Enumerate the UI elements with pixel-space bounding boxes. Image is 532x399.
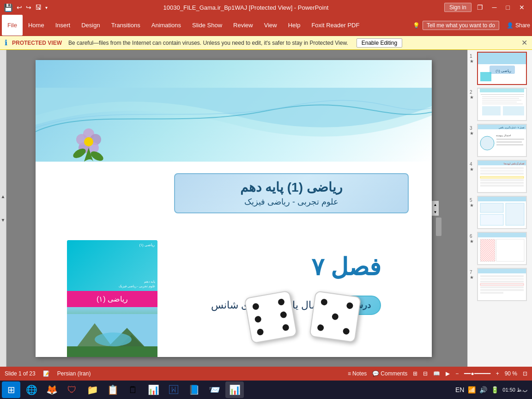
- slide-image-1[interactable]: ریاضی (۱): [477, 52, 527, 85]
- slide-meta-7: 7 ★: [470, 268, 475, 280]
- vertical-scrollbar[interactable]: ▲ ▼: [432, 201, 438, 216]
- taskbar-word[interactable]: 🅆: [164, 381, 183, 398]
- search-box[interactable]: Tell me what you want to do: [423, 21, 499, 30]
- zoom-slider[interactable]: ━━●━━━━━: [464, 370, 490, 377]
- svg-rect-15: [478, 53, 526, 64]
- restore-window-button[interactable]: ❐: [473, 3, 487, 12]
- tab-insert[interactable]: Insert: [50, 15, 76, 36]
- enable-editing-button[interactable]: Enable Editing: [357, 38, 402, 48]
- taskbar-notepad[interactable]: 🗒: [124, 381, 142, 398]
- left-scroll-area: ▲ ▼: [0, 50, 6, 367]
- zoom-in-button[interactable]: +: [496, 370, 499, 377]
- keyboard-layout[interactable]: EN: [455, 386, 464, 393]
- ribbon-search-area: 💡 Tell me what you want to do 👤 Share: [413, 21, 530, 30]
- slide-sub-title: علوم تجربی - ریاضی فیزیک: [184, 197, 399, 207]
- tab-slideshow[interactable]: Slide Show: [187, 15, 228, 36]
- tab-design[interactable]: Design: [76, 15, 105, 36]
- undo-icon[interactable]: ↩: [17, 4, 22, 11]
- taskbar-onenote[interactable]: 📋: [103, 381, 122, 398]
- status-bar: Slide 1 of 23 📝 Persian (Iran) ≡ Notes 💬…: [0, 367, 532, 381]
- svg-rect-23: [482, 96, 524, 97]
- tab-review[interactable]: Review: [228, 15, 259, 36]
- slide-thumb-5[interactable]: 5 ★: [470, 196, 530, 229]
- slide-sorter-button[interactable]: ⊟: [423, 370, 428, 377]
- svg-rect-52: [480, 214, 503, 225]
- slide-canvas-area: ریاضی (1) پایه دهم علوم تجربی - ریاضی فی…: [6, 50, 467, 367]
- fit-slide-button[interactable]: ⊡: [523, 370, 527, 377]
- tab-file[interactable]: File: [2, 15, 23, 36]
- slide-thumb-2[interactable]: 2 ★ پیش از آن روش اعمال: [470, 88, 530, 121]
- slide-image-5[interactable]: [477, 196, 527, 229]
- slide-image-7[interactable]: [477, 268, 527, 301]
- comments-button[interactable]: 💬 Comments: [372, 370, 407, 377]
- taskbar-chrome[interactable]: 🌐: [22, 381, 41, 398]
- tab-view[interactable]: View: [259, 15, 283, 36]
- tab-animations[interactable]: Animations: [146, 15, 187, 36]
- dot: [254, 315, 262, 323]
- start-button[interactable]: ⊞: [2, 381, 20, 398]
- slide-thumb-6[interactable]: 6 ★: [470, 232, 530, 265]
- svg-rect-47: [480, 185, 524, 187]
- scroll-down-arrow[interactable]: ▼: [1, 218, 6, 223]
- slide-star-3: ★: [470, 131, 475, 136]
- taskbar-teams[interactable]: 📘: [185, 381, 203, 398]
- slide-image-4[interactable]: فضای آزمایش اروندها: [477, 160, 527, 193]
- close-button[interactable]: ✕: [515, 3, 528, 12]
- svg-rect-22: [481, 94, 524, 95]
- slide-thumb-1[interactable]: 1 ★ ریاضی (۱): [470, 52, 530, 85]
- sign-in-button[interactable]: Sign in: [444, 3, 472, 12]
- dot: [252, 302, 260, 310]
- slide-thumb-7[interactable]: 7 ★: [470, 268, 530, 301]
- scroll-thumb[interactable]: [436, 218, 441, 236]
- taskbar-firefox[interactable]: 🦊: [42, 381, 61, 398]
- slide-image-6[interactable]: [477, 232, 527, 265]
- die-2: [309, 290, 361, 343]
- slide-image-2[interactable]: پیش از آن روش اعمال: [477, 88, 527, 121]
- tab-transitions[interactable]: Transitions: [106, 15, 146, 36]
- taskbar-powerpoint-active[interactable]: 📊: [225, 381, 244, 398]
- svg-text:احتمال پیوسته: احتمال پیوسته: [496, 134, 510, 137]
- slide-number-1: 1: [470, 54, 475, 59]
- maximize-button[interactable]: □: [502, 3, 514, 12]
- chapter-heading: فصل ۷: [311, 253, 381, 281]
- slide-star-7: ★: [470, 275, 475, 280]
- taskbar-excel[interactable]: 📊: [144, 381, 163, 398]
- save-icon[interactable]: 🖫: [35, 4, 42, 11]
- scroll-up-button[interactable]: ▲: [432, 201, 439, 208]
- slide-number-2: 2: [470, 90, 475, 95]
- slideshow-button[interactable]: ▶: [446, 370, 450, 377]
- scroll-down-button[interactable]: ▼: [432, 208, 439, 216]
- dot: [256, 328, 264, 335]
- svg-rect-25: [482, 100, 521, 101]
- notes-button[interactable]: ≡ Notes: [348, 370, 367, 377]
- volume-icon[interactable]: 🔊: [479, 386, 487, 393]
- taskbar-telegram[interactable]: 📨: [205, 381, 224, 398]
- protected-view-close[interactable]: ✕: [521, 38, 527, 47]
- tab-home[interactable]: Home: [23, 15, 50, 36]
- share-button[interactable]: 👤 Share: [507, 22, 530, 29]
- tab-foxit[interactable]: Foxit Reader PDF: [306, 15, 365, 36]
- slide-meta-4: 4 ★: [470, 160, 475, 172]
- clock: 01:50 ب.ظ: [502, 387, 527, 393]
- svg-rect-61: [480, 275, 524, 277]
- slide-star-2: ★: [470, 95, 475, 100]
- slide-meta-1: 1 ★: [470, 52, 475, 64]
- svg-rect-35: [496, 139, 524, 140]
- scroll-up-arrow[interactable]: ▲: [1, 194, 6, 199]
- normal-view-button[interactable]: ⊞: [413, 370, 417, 377]
- network-icon[interactable]: 📶: [468, 386, 476, 393]
- svg-rect-43: [480, 173, 524, 175]
- reading-view-button[interactable]: 📖: [433, 370, 440, 377]
- slide-image-3[interactable]: فصل ۷ - اندازه گیری ناقص احتمال پیوسته: [477, 124, 527, 157]
- minimize-button[interactable]: ─: [489, 3, 501, 12]
- tab-help[interactable]: Help: [283, 15, 306, 36]
- dot: [282, 324, 290, 331]
- slide-thumb-3[interactable]: 3 ★ فصل ۷ - اندازه گیری ناقص احتمال پیوس…: [470, 124, 530, 157]
- taskbar-antivirus[interactable]: 🛡: [63, 381, 81, 398]
- battery-icon[interactable]: 🔋: [491, 386, 499, 393]
- ribbon: File Home Insert Design Transitions Anim…: [0, 15, 532, 36]
- redo-icon[interactable]: ↪: [26, 4, 31, 11]
- zoom-out-button[interactable]: −: [455, 370, 459, 377]
- slide-thumb-4[interactable]: 4 ★ فضای آزمایش اروندها: [470, 160, 530, 193]
- taskbar-explorer[interactable]: 📁: [83, 381, 102, 398]
